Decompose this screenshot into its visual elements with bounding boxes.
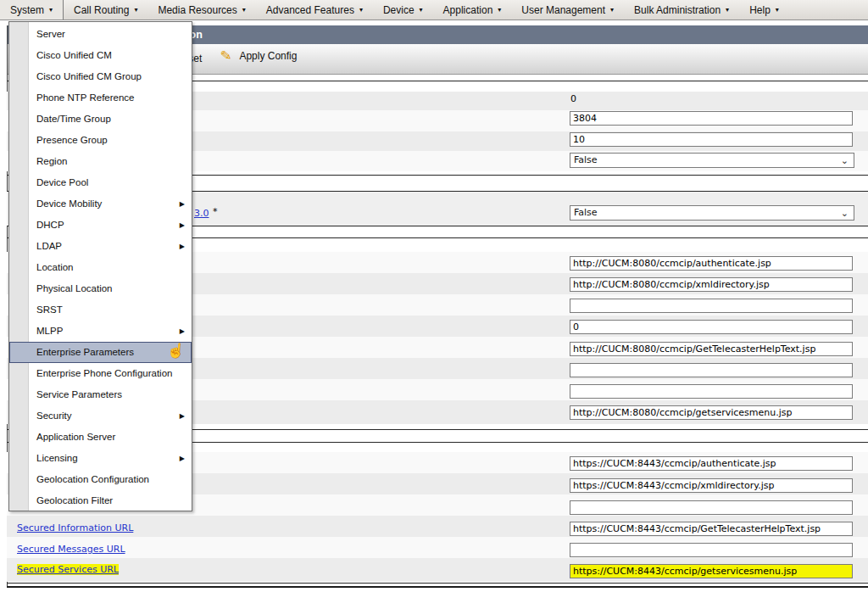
menu-device[interactable]: Device ▾ — [373, 0, 433, 20]
menu-label: Bulk Administration — [634, 4, 721, 16]
secured-services-url-link-wrap: Secured Services URL — [17, 561, 119, 576]
param-name-link-wrap: 3.0 * — [194, 204, 217, 220]
menu-call-routing[interactable]: Call Routing ▾ — [64, 0, 147, 20]
menu-item-geolocation-configuration[interactable]: Geolocation Configuration — [9, 469, 192, 490]
menu-bar: System ▾ Call Routing ▾ Media Resources … — [0, 0, 868, 20]
apply-config-button[interactable]: ✎ Apply Config — [220, 49, 297, 63]
secured-messages-url-link-wrap: Secured Messages URL — [17, 540, 125, 556]
menu-media-resources[interactable]: Media Resources ▾ — [147, 0, 255, 20]
chevron-down-icon: ▾ — [610, 7, 614, 14]
param-select[interactable]: False ⌄ — [570, 205, 854, 221]
menu-item-srst[interactable]: SRST — [9, 299, 192, 321]
menu-item-label: Enterprise Parameters — [36, 347, 134, 357]
url-information-input[interactable] — [570, 342, 853, 356]
secured-directory-url-input[interactable] — [570, 478, 853, 493]
system-dropdown-menu: Server Cisco Unified CM Cisco Unified CM… — [8, 21, 192, 511]
param-value-readonly: 0 — [570, 93, 576, 104]
menu-application[interactable]: Application ▾ — [433, 0, 512, 20]
menu-label: Media Resources — [158, 4, 236, 16]
menu-label: Call Routing — [74, 4, 129, 16]
menu-item-date-time-group[interactable]: Date/Time Group — [9, 109, 192, 130]
menu-item-label: Geolocation Filter — [36, 495, 113, 505]
hand-pointer-cursor-icon: ☝ — [166, 341, 186, 360]
menu-item-region[interactable]: Region — [9, 151, 192, 172]
pencil-icon: ✎ — [220, 48, 232, 63]
secured-url-input[interactable] — [570, 500, 853, 515]
param-input[interactable] — [570, 111, 853, 126]
menu-item-server[interactable]: Server — [9, 24, 192, 45]
url-input[interactable] — [570, 384, 853, 399]
menu-item-phone-ntp-reference[interactable]: Phone NTP Reference — [9, 87, 192, 109]
url-authentication-input[interactable] — [570, 256, 853, 271]
menu-item-label: Service Parameters — [36, 389, 122, 399]
menu-item-mlpp[interactable]: MLPP ▶ — [9, 321, 192, 342]
submenu-arrow-icon: ▶ — [180, 215, 185, 236]
chevron-down-icon: ⌄ — [841, 154, 849, 168]
menu-label: Advanced Features — [266, 4, 354, 16]
menu-label: Device — [383, 4, 415, 16]
menu-item-device-mobility[interactable]: Device Mobility ▶ — [9, 193, 192, 215]
menu-label: User Management — [521, 4, 605, 16]
param-name-link[interactable]: 3.0 — [194, 208, 209, 219]
menu-item-presence-group[interactable]: Presence Group — [9, 130, 192, 151]
apply-config-label: Apply Config — [239, 50, 297, 62]
menu-bulk-administration[interactable]: Bulk Administration ▾ — [624, 0, 739, 20]
menu-item-security[interactable]: Security ▶ — [9, 405, 192, 427]
url-input[interactable] — [570, 320, 853, 334]
menu-help[interactable]: Help ▾ — [739, 0, 789, 20]
required-mark: * — [213, 206, 218, 217]
chevron-down-icon: ▾ — [359, 7, 363, 14]
menu-item-label: Cisco Unified CM Group — [36, 71, 142, 81]
secured-authentication-url-input[interactable] — [570, 456, 853, 471]
menu-item-enterprise-parameters[interactable]: Enterprise Parameters — [9, 342, 192, 363]
menu-label: Application — [443, 4, 493, 16]
menu-item-dhcp[interactable]: DHCP ▶ — [9, 215, 192, 236]
menu-item-device-pool[interactable]: Device Pool — [9, 172, 192, 193]
chevron-down-icon: ▾ — [420, 7, 423, 14]
menu-item-label: MLPP — [36, 326, 63, 336]
menu-item-geolocation-filter[interactable]: Geolocation Filter — [9, 490, 192, 511]
menu-label: System — [10, 4, 44, 16]
param-select[interactable]: False ⌄ — [570, 153, 854, 168]
menu-item-label: Presence Group — [36, 135, 108, 145]
chevron-down-icon: ⌄ — [841, 207, 849, 221]
url-directory-input[interactable] — [570, 277, 853, 292]
secured-services-url-input[interactable] — [570, 564, 853, 578]
secured-messages-url-input[interactable] — [570, 543, 853, 557]
menu-system[interactable]: System ▾ — [0, 0, 64, 20]
menu-item-label: Device Mobility — [36, 198, 102, 209]
chevron-down-icon: ▾ — [242, 7, 246, 14]
menu-item-label: SRST — [36, 304, 63, 315]
menu-item-label: Location — [36, 262, 73, 272]
menu-item-label: Cisco Unified CM — [36, 50, 112, 60]
menu-label: Help — [749, 4, 771, 16]
content-bottom-border — [7, 586, 868, 588]
content-bottom-divider — [7, 583, 868, 584]
url-services-input[interactable] — [570, 405, 853, 420]
menu-item-label: Server — [36, 29, 65, 39]
menu-item-cisco-unified-cm[interactable]: Cisco Unified CM — [9, 45, 192, 66]
menu-item-label: Physical Location — [36, 283, 113, 293]
menu-item-label: Region — [36, 156, 67, 166]
menu-item-label: Date/Time Group — [36, 114, 111, 124]
menu-item-enterprise-phone-configuration[interactable]: Enterprise Phone Configuration — [9, 363, 192, 384]
menu-item-cisco-unified-cm-group[interactable]: Cisco Unified CM Group — [9, 66, 192, 87]
secured-information-url-link[interactable]: Secured Information URL — [17, 522, 133, 533]
menu-item-application-server[interactable]: Application Server — [9, 427, 192, 448]
menu-advanced-features[interactable]: Advanced Features ▾ — [256, 0, 373, 20]
url-input[interactable] — [570, 299, 853, 313]
secured-information-url-input[interactable] — [570, 522, 853, 536]
menu-item-location[interactable]: Location — [9, 257, 192, 278]
param-input[interactable] — [570, 132, 853, 147]
secured-services-url-link[interactable]: Secured Services URL — [17, 564, 119, 575]
chevron-down-icon: ▾ — [49, 7, 53, 14]
menu-item-licensing[interactable]: Licensing ▶ — [9, 448, 192, 469]
menu-user-management[interactable]: User Management ▾ — [511, 0, 624, 20]
menu-item-service-parameters[interactable]: Service Parameters — [9, 384, 192, 405]
menu-item-ldap[interactable]: LDAP ▶ — [9, 236, 192, 257]
menu-item-physical-location[interactable]: Physical Location — [9, 278, 192, 299]
url-input[interactable] — [570, 363, 853, 377]
select-value: False — [574, 154, 598, 165]
menu-item-label: DHCP — [36, 220, 64, 230]
secured-messages-url-link[interactable]: Secured Messages URL — [17, 544, 125, 555]
